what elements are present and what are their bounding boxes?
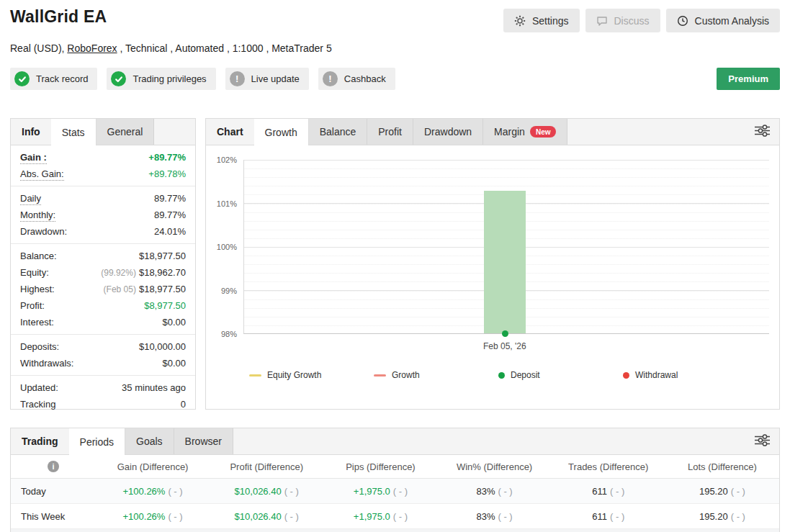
equity-percent: (99.92%): [101, 268, 136, 278]
tab-drawdown[interactable]: Drawdown: [413, 119, 483, 145]
highest-value: $18,977.50: [139, 284, 186, 294]
column-header-trades: Trades (Difference): [552, 461, 665, 472]
stat-row-interest: Interest: $0.00: [20, 314, 186, 330]
legend-item-deposit[interactable]: Deposit: [498, 370, 623, 380]
growth-chart: 102% 101% 100% 99% 98%: [206, 145, 779, 409]
account-dashboard-page: WallGrid EA S: [0, 0, 790, 532]
equity-growth-swatch: [249, 374, 261, 377]
stat-row-withdrawals: Withdrawals: $0.00: [20, 355, 186, 371]
tab-balance[interactable]: Balance: [309, 119, 368, 145]
column-header-pips: Pips (Difference): [323, 461, 437, 472]
table-row-today[interactable]: Today +100.26%( - ) $10,026.40( - ) +1,9…: [11, 479, 779, 504]
stat-row-gain: Gain : +89.77%: [20, 149, 186, 166]
gear-icon: [514, 15, 526, 27]
tab-chart[interactable]: Chart: [206, 119, 254, 145]
chart-legend: Equity Growth Growth Deposit Withdrawal: [249, 370, 748, 380]
stat-row-drawdown: Drawdown: 24.01%: [20, 223, 186, 240]
main-content: Info Stats General Gain : +89.77% Abs. G…: [0, 118, 790, 410]
growth-swatch: [374, 374, 386, 377]
legend-item-withdrawal[interactable]: Withdrawal: [623, 370, 748, 380]
chart-tabbar: Chart Growth Balance Profit Drawdown Mar…: [206, 119, 779, 145]
settings-button-label: Settings: [532, 15, 569, 27]
updated-value: 35 minutes ago: [122, 382, 186, 393]
deposit-swatch: [498, 372, 505, 379]
exclamation-circle-icon: !: [230, 71, 245, 86]
abs-gain-label: Abs. Gain:: [20, 168, 64, 181]
column-header-lots: Lots (Difference): [665, 461, 779, 472]
row-label: Today: [11, 486, 96, 497]
stat-row-daily: Daily 89.77%: [20, 190, 186, 207]
trades-cell: 611: [592, 511, 607, 522]
stats-list: Gain : +89.77% Abs. Gain: +89.78% Daily …: [11, 145, 195, 416]
difference-cell: ( - ): [284, 511, 299, 522]
tab-growth[interactable]: Growth: [254, 119, 309, 145]
stats-panel: Info Stats General Gain : +89.77% Abs. G…: [10, 118, 196, 410]
difference-cell: ( - ): [498, 511, 512, 522]
y-axis-tick: 102%: [217, 155, 237, 164]
badge-trading-privileges: Trading privileges: [107, 68, 215, 90]
info-icon[interactable]: i: [48, 461, 59, 472]
deposit-marker: [502, 330, 508, 337]
stat-row-deposits: Deposits: $10,000.00: [20, 338, 186, 355]
discuss-button[interactable]: Discuss: [585, 9, 660, 32]
check-circle-icon: [14, 71, 30, 86]
badge-label: Trading privileges: [133, 73, 206, 84]
stat-row-highest: Highest: (Feb 05)$18,977.50: [20, 281, 186, 297]
tab-trading[interactable]: Trading: [11, 428, 69, 454]
withdrawals-value: $0.00: [162, 358, 186, 369]
monthly-label: Monthly:: [20, 209, 55, 222]
legend-label: Growth: [392, 370, 420, 380]
gridline: [244, 160, 769, 161]
check-circle-icon: [111, 71, 126, 86]
tab-info[interactable]: Info: [11, 119, 51, 145]
custom-analysis-button-label: Custom Analysis: [695, 15, 769, 27]
legend-item-equity-growth[interactable]: Equity Growth: [249, 370, 374, 380]
growth-plot[interactable]: [243, 160, 769, 334]
periods-filter-button[interactable]: [745, 434, 779, 448]
profit-cell: $10,026.40: [235, 486, 282, 497]
win-cell: 83%: [476, 486, 495, 497]
lots-cell: 195.20: [699, 511, 728, 522]
stat-row-updated: Updated: 35 minutes ago: [20, 379, 186, 396]
chart-filter-button[interactable]: [745, 125, 779, 139]
tab-margin[interactable]: Margin New: [483, 119, 567, 145]
tab-periods[interactable]: Periods: [69, 428, 125, 455]
tab-general[interactable]: General: [96, 119, 155, 145]
withdrawals-label: Withdrawals:: [20, 358, 73, 369]
verification-badges: Track record Trading privileges ! Live u…: [10, 68, 780, 90]
pips-cell: +1,975.0: [354, 486, 390, 497]
stat-row-abs-gain: Abs. Gain: +89.78%: [20, 166, 186, 182]
updated-label: Updated:: [20, 382, 58, 393]
balance-value: $18,977.50: [139, 251, 186, 261]
custom-analysis-button[interactable]: Custom Analysis: [666, 9, 780, 32]
broker-link[interactable]: RoboForex: [67, 42, 117, 54]
premium-button[interactable]: Premium: [717, 68, 780, 90]
periods-panel: Trading Periods Goals Browser i Gain (Di…: [10, 428, 780, 532]
tab-stats[interactable]: Stats: [51, 119, 96, 145]
page-title: WallGrid EA: [10, 7, 107, 27]
abs-gain-value: +89.78%: [148, 168, 186, 179]
column-header-win: Win% (Difference): [438, 461, 552, 472]
x-axis-tick: Feb 05, '26: [483, 341, 526, 351]
tab-profit[interactable]: Profit: [367, 119, 413, 145]
highest-label: Highest:: [20, 284, 55, 294]
difference-cell: ( - ): [284, 486, 299, 497]
table-row-this-week[interactable]: This Week +100.26%( - ) $10,026.40( - ) …: [11, 504, 779, 529]
subtitle-suffix: , Technical , Automated , 1:1000 , MetaT…: [117, 42, 332, 54]
difference-cell: ( - ): [393, 511, 408, 522]
lots-cell: 195.20: [699, 486, 728, 497]
drawdown-label: Drawdown:: [20, 226, 67, 237]
legend-item-growth[interactable]: Growth: [374, 370, 498, 380]
difference-cell: ( - ): [168, 486, 182, 497]
difference-cell: ( - ): [731, 511, 745, 522]
growth-bar: [484, 191, 526, 333]
tab-goals[interactable]: Goals: [125, 428, 174, 454]
new-badge: New: [530, 126, 557, 137]
settings-button[interactable]: Settings: [503, 9, 580, 32]
tab-browser[interactable]: Browser: [174, 428, 233, 454]
stats-tabbar: Info Stats General: [11, 119, 195, 145]
page-header: WallGrid EA S: [0, 0, 790, 90]
withdrawal-swatch: [623, 372, 629, 379]
difference-cell: ( - ): [393, 486, 408, 497]
y-axis-tick: 98%: [221, 330, 237, 338]
